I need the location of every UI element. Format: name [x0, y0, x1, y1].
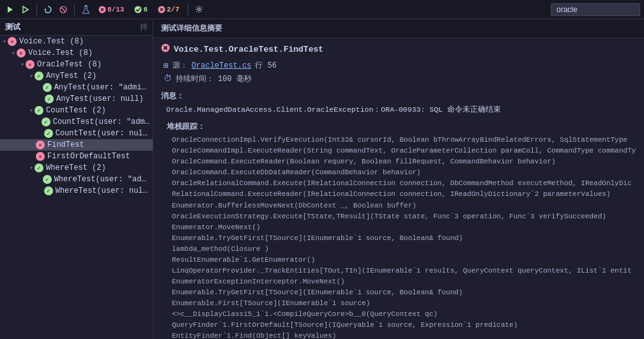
fail-count: 8/13	[107, 6, 124, 13]
tree-label-oracle-test: OracleTest (8)	[37, 60, 102, 69]
stack-line: Enumerable.TryGetFirst[TSource](IEnumera…	[172, 287, 636, 298]
sep1	[36, 4, 37, 15]
green-icon-any-test-admin: ✓	[43, 83, 52, 92]
source-line: 行 56	[255, 60, 277, 71]
stack-line: ResultEnumerable`1.GetEnumerator()	[172, 255, 636, 266]
duration-value: 100 毫秒	[218, 73, 252, 84]
source-file-link[interactable]: OracleTest.cs	[192, 61, 252, 70]
tree-item-any-test-admin[interactable]: ✓AnyTest(user: "admin")	[0, 82, 153, 93]
tree-arrow-oracle-test: ▾	[20, 61, 24, 68]
tree-item-find-test[interactable]: ✕FindTest	[0, 139, 153, 151]
red-icon-find-test: ✕	[36, 140, 45, 149]
fail-badge: 8/13	[95, 4, 128, 15]
tree-item-voice-test-2[interactable]: ▾✕Voice.Test (8)	[0, 47, 153, 59]
tree-label-find-test: FindTest	[47, 140, 84, 149]
tree-label-where-test: WhereTest (2)	[46, 163, 106, 172]
tree-label-count-test-null: CountTest(user: null)	[56, 129, 150, 138]
debug-button[interactable]	[19, 3, 32, 16]
tree-label-where-test-ad: WhereTest(user: "ad...	[54, 175, 150, 184]
red-icon-first-or-default-test: ✕	[36, 152, 45, 161]
tree-item-any-test[interactable]: ▾✓AnyTest (2)	[0, 70, 153, 82]
svg-marker-1	[23, 6, 28, 13]
stack-line: OracleCommand.ExecuteReader(Boolean requ…	[172, 156, 636, 167]
tree-arrow-where-test: ▾	[29, 164, 33, 172]
stack-line: <>c__DisplayClass15_1`1.<CompileQueryCor…	[172, 309, 636, 320]
run-button[interactable]	[4, 3, 17, 16]
tree-label-any-test-admin: AnyTest(user: "admin")	[54, 83, 150, 92]
search-input[interactable]	[551, 3, 640, 16]
stack-line: Enumerable.TryGetFirst[TSource](IEnumera…	[172, 233, 636, 244]
red-icon-voice-test-2: ✕	[17, 49, 26, 57]
tree-label-count-test: CountTest (2)	[46, 106, 106, 115]
stack-line: EntityFinder`1.Find(Object[] keyValues)	[172, 331, 636, 339]
source-row: ⊞ 源： OracleTest.cs 行 56	[164, 60, 636, 71]
tree-label-any-test-null: AnyTest(user: null)	[56, 94, 144, 103]
green-icon-count-test: ✓	[34, 106, 43, 115]
test-tree: ▾✕Voice.Test (8)▾✕Voice.Test (8)▾✕Oracle…	[0, 36, 153, 339]
stack-line: QueryFinder`1.FirstOrDefault[TSource](IQ…	[172, 320, 636, 331]
cancel-button[interactable]	[57, 3, 70, 16]
stack-line: OracleCommand.ExecuteDbDataReader(Comman…	[172, 167, 636, 178]
tree-label-any-test: AnyTest (2)	[46, 72, 96, 80]
green-icon-any-test-null: ✓	[45, 94, 54, 103]
tree-label-voice-test-2: Voice.Test (8)	[28, 49, 93, 57]
warn-badge: 2/7	[154, 4, 183, 15]
tree-arrow-voice-test-1: ▾	[3, 38, 6, 45]
stack-line: Enumerator.BufferlessMoveNext(DbContext …	[172, 200, 636, 211]
warn-count: 2/7	[167, 6, 180, 13]
main-layout: 测试 持 ▾✕Voice.Test (8)▾✕Voice.Test (8)▾✕O…	[0, 19, 644, 339]
svg-marker-2	[44, 8, 46, 11]
pass-badge: 6	[130, 4, 151, 15]
tree-label-where-test-null: WhereTest(user: null)	[56, 186, 150, 195]
tree-item-count-test-null[interactable]: ✓CountTest(user: null)	[0, 128, 153, 139]
toolbar: 8/13 6 2/7	[0, 0, 644, 19]
right-panel-header: 测试详细信息摘要	[153, 19, 644, 38]
stack-line: LinqOperatorProvider._TrackEntities[TOut…	[172, 266, 636, 276]
right-panel: 测试详细信息摘要 Voice.Test.OracleTest.FindTest …	[153, 19, 644, 339]
green-icon-where-test: ✓	[34, 163, 43, 172]
stack-line: Enumerator.MoveNext()	[172, 222, 636, 233]
stack-trace: OracleConnectionImpl.VerifyExecution(Int…	[167, 135, 636, 339]
detail-title-icon	[161, 43, 170, 55]
tree-label-voice-test-1: Voice.Test (8)	[19, 37, 84, 46]
green-icon-count-test-null: ✓	[44, 129, 53, 138]
test-icon-btn[interactable]	[79, 3, 92, 16]
sep2	[74, 4, 75, 15]
stack-line: lambda_method(Closure )	[172, 244, 636, 255]
tree-item-where-test[interactable]: ▾✓WhereTest (2)	[0, 162, 153, 174]
tree-item-first-or-default-test[interactable]: ✕FirstOrDefaultTest	[0, 151, 153, 162]
detail-content: Voice.Test.OracleTest.FindTest ⊞ 源： Orac…	[153, 38, 644, 339]
left-panel: 测试 持 ▾✕Voice.Test (8)▾✕Voice.Test (8)▾✕O…	[0, 19, 153, 339]
green-icon-where-test-ad: ✓	[43, 175, 52, 184]
tree-label-first-or-default-test: FirstOrDefaultTest	[47, 152, 130, 161]
detail-title: Voice.Test.OracleTest.FindTest	[161, 43, 636, 55]
clock-icon: ⏱	[164, 74, 172, 84]
svg-point-7	[135, 6, 142, 13]
tree-item-where-test-ad[interactable]: ✓WhereTest(user: "ad...	[0, 174, 153, 185]
sep3	[188, 4, 188, 15]
pass-count: 6	[143, 6, 148, 13]
source-icon: ⊞	[164, 61, 169, 71]
stack-line: Enumerable.First[TSource](IEnumerable`1 …	[172, 298, 636, 309]
messages-content: Oracle.ManagedDataAccess.Client.OracleEx…	[161, 104, 636, 115]
stack-line: OracleRelationalCommand.Execute(IRelatio…	[172, 178, 636, 189]
settings-button[interactable]	[193, 3, 206, 16]
stack-line: RelationalCommand.ExecuteReader(IRelatio…	[172, 189, 636, 200]
tree-item-voice-test-1[interactable]: ▾✕Voice.Test (8)	[0, 36, 153, 47]
stack-label: 堆栈跟踪：	[167, 121, 636, 132]
svg-point-9	[198, 8, 201, 11]
tree-item-count-test[interactable]: ▾✓CountTest (2)	[0, 105, 153, 116]
tree-item-any-test-null[interactable]: ✓AnyTest(user: null)	[0, 93, 153, 105]
tree-item-count-test-adm[interactable]: ✓CountTest(user: "adm...	[0, 116, 153, 128]
svg-line-4	[61, 8, 65, 11]
source-label: 源：	[172, 60, 188, 71]
rerun-button[interactable]	[42, 3, 54, 16]
stack-line: OracleConnectionImpl.VerifyExecution(Int…	[172, 135, 636, 146]
tree-item-oracle-test[interactable]: ▾✕OracleTest (8)	[0, 59, 153, 70]
hold-label: 持	[140, 22, 148, 33]
tree-item-where-test-null[interactable]: ✓WhereTest(user: null)	[0, 185, 153, 197]
duration-row: ⏱ 持续时间： 100 毫秒	[164, 73, 636, 84]
tree-arrow-any-test: ▾	[29, 72, 33, 80]
stack-line: OracleExecutionStrategy.Execute[TState,T…	[172, 211, 636, 222]
stack-line: OracleCommandImpl.ExecuteReader(String c…	[172, 146, 636, 156]
